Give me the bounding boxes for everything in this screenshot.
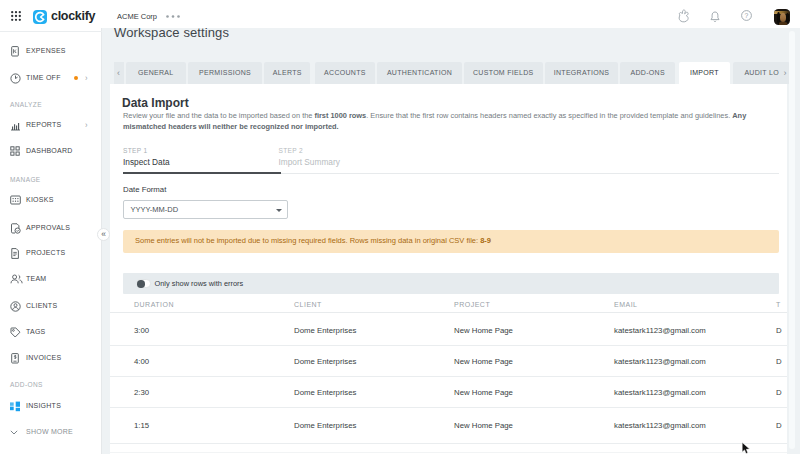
svg-text:?: ?	[744, 12, 748, 19]
